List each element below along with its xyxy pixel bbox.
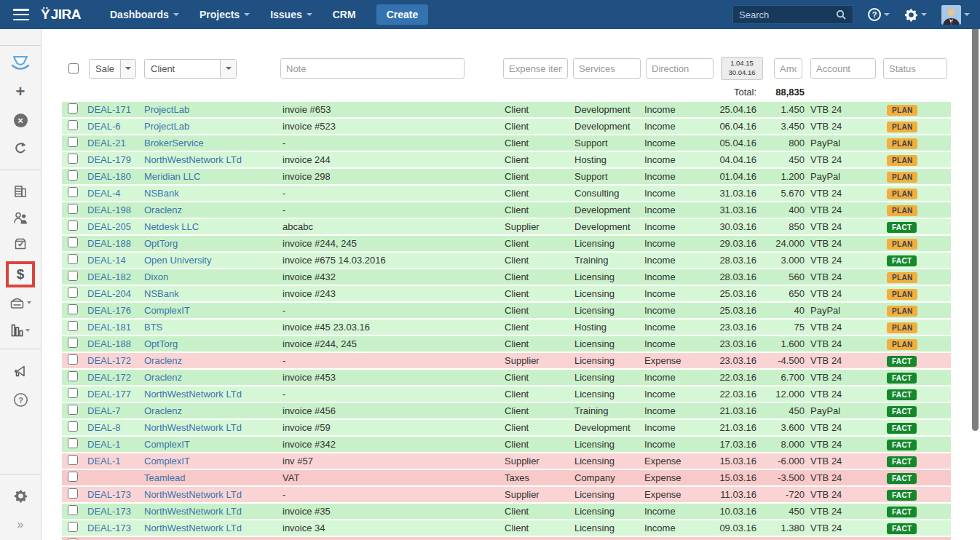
status-badge[interactable]: PLAN (887, 138, 917, 149)
help-menu[interactable]: ? (868, 8, 890, 21)
deal-key-link[interactable]: DEAL-172 (87, 372, 131, 383)
deal-key-link[interactable]: DEAL-8 (87, 422, 121, 433)
companies-icon[interactable] (6, 180, 35, 202)
status-badge[interactable]: PLAN (887, 122, 917, 132)
search-icon[interactable] (836, 9, 847, 20)
amount-filter-input[interactable] (774, 58, 802, 79)
company-link[interactable]: NorthWestNetwork LTd (144, 154, 242, 165)
menu-issues[interactable]: Issues (260, 0, 323, 29)
deal-key-link[interactable]: DEAL-4 (87, 188, 121, 199)
company-link[interactable]: ComplexIT (144, 439, 190, 450)
note-filter-input[interactable] (280, 58, 465, 79)
company-link[interactable]: NorthWestNetwork LTd (144, 422, 242, 433)
row-checkbox[interactable] (68, 338, 78, 348)
status-badge[interactable]: FACT (887, 356, 917, 367)
company-link[interactable]: Oraclenz (144, 372, 182, 383)
teamlead-crm-logo-icon[interactable] (6, 53, 35, 75)
row-checkbox[interactable] (68, 170, 78, 180)
direction-filter-input[interactable] (646, 58, 714, 79)
company-link[interactable]: BTS (144, 322, 162, 333)
dropdown-arrow-button[interactable] (120, 60, 135, 78)
deal-key-link[interactable]: DEAL-14 (87, 255, 126, 266)
row-checkbox[interactable] (68, 455, 78, 465)
settings-gear-icon[interactable] (6, 485, 35, 507)
deal-key-link[interactable]: DEAL-179 (87, 154, 131, 165)
help-icon[interactable]: ? (6, 389, 35, 410)
company-link[interactable]: Open University (144, 255, 211, 266)
transactions-icon[interactable]: $ (6, 260, 35, 289)
client-filter-dropdown[interactable]: Client (144, 59, 237, 79)
deal-key-link[interactable]: DEAL-172 (87, 355, 131, 366)
row-checkbox[interactable] (68, 187, 78, 197)
refresh-icon[interactable] (6, 138, 35, 159)
print-icon[interactable] (6, 292, 35, 314)
row-checkbox[interactable] (68, 137, 78, 147)
company-link[interactable]: OptTorg (144, 338, 178, 349)
row-checkbox[interactable] (68, 120, 78, 130)
deal-key-link[interactable]: DEAL-198 (87, 205, 131, 215)
search-input[interactable] (739, 9, 836, 20)
row-checkbox[interactable] (68, 472, 78, 482)
date-range-filter-button[interactable]: 1.04.15 30.04.16 (721, 57, 763, 80)
row-checkbox[interactable] (68, 522, 78, 532)
row-checkbox[interactable] (68, 354, 78, 365)
search-box[interactable] (732, 5, 853, 24)
status-badge[interactable]: PLAN (887, 105, 917, 116)
row-checkbox[interactable] (68, 388, 78, 398)
company-link[interactable]: NorthWestNetwork LTd (144, 489, 242, 500)
row-checkbox[interactable] (68, 103, 78, 114)
status-badge[interactable]: FACT (887, 456, 917, 467)
deal-key-link[interactable]: DEAL-182 (87, 271, 131, 282)
status-badge[interactable]: FACT (887, 490, 917, 501)
company-link[interactable]: ComplexIT (144, 305, 190, 316)
deal-key-link[interactable]: DEAL-1 (87, 456, 121, 466)
hamburger-menu-icon[interactable] (13, 9, 29, 20)
row-checkbox[interactable] (68, 438, 78, 448)
status-badge[interactable]: FACT (887, 473, 917, 484)
create-button[interactable]: Create (376, 4, 429, 25)
status-badge[interactable]: FACT (887, 523, 917, 534)
row-checkbox[interactable] (68, 221, 78, 231)
services-filter-input[interactable] (573, 58, 641, 79)
deal-key-link[interactable]: DEAL-205 (87, 221, 131, 232)
row-checkbox[interactable] (68, 421, 78, 432)
admin-menu[interactable] (904, 8, 927, 22)
company-link[interactable]: ComplexIT (144, 456, 190, 466)
sale-filter-dropdown[interactable]: Sale (89, 59, 136, 79)
company-link[interactable]: ProjectLab (144, 121, 189, 132)
menu-projects[interactable]: Projects (189, 0, 260, 29)
company-link[interactable]: Dixon (144, 271, 168, 282)
contacts-icon[interactable] (6, 207, 35, 229)
status-badge[interactable]: PLAN (887, 155, 917, 166)
row-checkbox[interactable] (68, 254, 78, 264)
status-badge[interactable]: FACT (887, 373, 917, 384)
status-badge[interactable]: FACT (887, 423, 917, 434)
deal-key-link[interactable]: DEAL-1 (87, 439, 121, 450)
row-checkbox[interactable] (68, 505, 78, 515)
row-checkbox[interactable] (68, 271, 78, 281)
status-badge[interactable]: PLAN (887, 239, 917, 250)
company-link[interactable]: NorthWestNetwork LTd (144, 523, 242, 533)
status-badge[interactable]: PLAN (887, 205, 917, 216)
row-checkbox[interactable] (68, 488, 78, 499)
company-link[interactable]: Netdesk LLC (144, 221, 199, 232)
company-link[interactable]: NorthWestNetwork LTd (144, 389, 242, 400)
dropdown-arrow-button[interactable] (220, 60, 236, 78)
status-badge[interactable]: PLAN (887, 188, 917, 199)
status-badge[interactable]: FACT (887, 255, 917, 266)
add-icon[interactable]: + (6, 81, 35, 103)
row-checkbox[interactable] (68, 204, 78, 214)
status-badge[interactable]: PLAN (887, 289, 917, 300)
deal-key-link[interactable]: DEAL-181 (87, 322, 131, 333)
company-link[interactable]: Teamlead (144, 472, 185, 483)
deal-key-link[interactable]: DEAL-21 (87, 138, 126, 148)
status-badge[interactable]: PLAN (887, 172, 917, 183)
row-checkbox[interactable] (68, 405, 78, 415)
company-link[interactable]: OptTorg (144, 238, 178, 249)
status-badge[interactable]: PLAN (887, 306, 917, 317)
row-checkbox[interactable] (68, 154, 78, 164)
close-icon[interactable]: × (6, 109, 35, 131)
row-checkbox[interactable] (68, 304, 78, 314)
row-checkbox[interactable] (68, 371, 78, 381)
company-link[interactable]: BrokerService (144, 138, 204, 148)
